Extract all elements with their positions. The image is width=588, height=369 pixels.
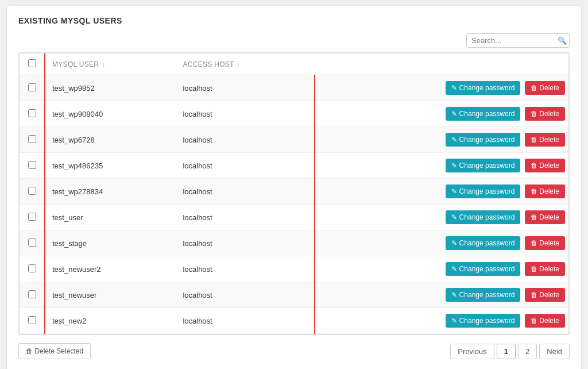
- row-mysql-user: test_newuser2: [45, 256, 176, 282]
- delete-button-7[interactable]: 🗑 Delete: [525, 262, 565, 276]
- table-row: test_wp278834 localhost ✎ Change passwor…: [20, 179, 568, 205]
- change-password-button-2[interactable]: ✎ Change password: [446, 133, 520, 147]
- change-password-button-9[interactable]: ✎ Change password: [446, 314, 520, 328]
- trash-icon-4: 🗑: [531, 187, 537, 195]
- row-actions: ✎ Change password 🗑 Delete: [315, 101, 568, 127]
- table-wrapper: MYSQL USER ↕ ACCESS HOST ↕ test_wp9852 l…: [18, 52, 570, 335]
- edit-icon-1: ✎: [451, 110, 457, 118]
- row-checkbox-9[interactable]: [28, 316, 36, 324]
- row-checkbox-5[interactable]: [28, 213, 36, 221]
- delete-button-9[interactable]: 🗑 Delete: [525, 314, 565, 328]
- row-checkbox-4[interactable]: [28, 187, 36, 195]
- pagination-previous-button[interactable]: Previous: [450, 344, 494, 359]
- change-password-button-1[interactable]: ✎ Change password: [446, 107, 520, 121]
- delete-button-2[interactable]: 🗑 Delete: [525, 133, 565, 147]
- row-access-host: localhost: [176, 256, 315, 282]
- page-title: EXISTING MYSQL USERS: [18, 16, 570, 25]
- edit-icon-0: ✎: [451, 84, 457, 92]
- header-checkbox: [20, 53, 45, 75]
- table-row: test_new2 localhost ✎ Change password 🗑 …: [20, 308, 568, 334]
- row-actions: ✎ Change password 🗑 Delete: [315, 256, 568, 282]
- pagination-page-2-button[interactable]: 2: [518, 344, 537, 359]
- delete-button-8[interactable]: 🗑 Delete: [525, 288, 565, 302]
- change-password-button-6[interactable]: ✎ Change password: [446, 236, 520, 250]
- row-checkbox-cell: [20, 153, 45, 179]
- row-checkbox-6[interactable]: [28, 239, 36, 247]
- table-row: test_wp486235 localhost ✎ Change passwor…: [20, 153, 568, 179]
- header-access-host: ACCESS HOST ↕: [176, 53, 315, 75]
- table-row: test_wp908040 localhost ✎ Change passwor…: [20, 101, 568, 127]
- pagination-page-1-button[interactable]: 1: [497, 344, 516, 359]
- toolbar: 🔍: [18, 33, 570, 48]
- row-mysql-user: test_newuser: [45, 282, 176, 308]
- row-checkbox-cell: [20, 127, 45, 153]
- row-actions: ✎ Change password 🗑 Delete: [315, 308, 568, 334]
- row-mysql-user: test_user: [45, 205, 176, 230]
- row-actions: ✎ Change password 🗑 Delete: [315, 153, 568, 179]
- trash-icon-2: 🗑: [531, 136, 537, 144]
- row-access-host: localhost: [176, 230, 315, 256]
- row-checkbox-cell: [20, 230, 45, 256]
- row-checkbox-7[interactable]: [28, 264, 36, 272]
- users-table: MYSQL USER ↕ ACCESS HOST ↕ test_wp9852 l…: [20, 53, 568, 334]
- row-access-host: localhost: [176, 101, 315, 127]
- search-input[interactable]: [471, 36, 558, 45]
- row-access-host: localhost: [176, 75, 315, 101]
- search-wrapper: 🔍: [466, 33, 570, 48]
- table-row: test_wp9852 localhost ✎ Change password …: [20, 75, 568, 101]
- row-checkbox-1[interactable]: [28, 109, 36, 117]
- row-checkbox-cell: [20, 256, 45, 282]
- delete-button-1[interactable]: 🗑 Delete: [525, 107, 565, 121]
- change-password-button-3[interactable]: ✎ Change password: [446, 159, 520, 172]
- table-header-row: MYSQL USER ↕ ACCESS HOST ↕: [20, 53, 568, 75]
- search-icon: 🔍: [558, 36, 567, 45]
- delete-button-3[interactable]: 🗑 Delete: [525, 159, 565, 172]
- table-row: test_newuser2 localhost ✎ Change passwor…: [20, 256, 568, 282]
- trash-icon-6: 🗑: [531, 239, 537, 247]
- row-checkbox-2[interactable]: [28, 135, 36, 143]
- trash-icon-0: 🗑: [531, 84, 537, 92]
- row-actions: ✎ Change password 🗑 Delete: [315, 127, 568, 153]
- change-password-button-7[interactable]: ✎ Change password: [446, 262, 520, 276]
- sort-icon-host: ↕: [237, 62, 240, 68]
- delete-button-5[interactable]: 🗑 Delete: [525, 210, 565, 224]
- row-checkbox-cell: [20, 179, 45, 205]
- row-access-host: localhost: [176, 127, 315, 153]
- row-checkbox-cell: [20, 205, 45, 230]
- edit-icon-5: ✎: [451, 213, 457, 221]
- edit-icon-8: ✎: [451, 291, 457, 299]
- row-checkbox-cell: [20, 308, 45, 334]
- change-password-button-8[interactable]: ✎ Change password: [446, 288, 520, 302]
- row-mysql-user: test_stage: [45, 230, 176, 256]
- trash-icon-7: 🗑: [531, 265, 537, 273]
- row-checkbox-3[interactable]: [28, 161, 36, 169]
- trash-icon-selected: 🗑: [26, 347, 33, 355]
- row-checkbox-8[interactable]: [28, 290, 36, 298]
- table-row: test_stage localhost ✎ Change password 🗑…: [20, 230, 568, 256]
- delete-button-4[interactable]: 🗑 Delete: [525, 184, 565, 198]
- trash-icon-1: 🗑: [531, 110, 537, 118]
- row-actions: ✎ Change password 🗑 Delete: [315, 75, 568, 101]
- change-password-button-0[interactable]: ✎ Change password: [446, 81, 520, 95]
- pagination: Previous 1 2 Next: [450, 344, 570, 359]
- row-checkbox-cell: [20, 75, 45, 101]
- row-actions: ✎ Change password 🗑 Delete: [315, 230, 568, 256]
- delete-button-6[interactable]: 🗑 Delete: [525, 236, 565, 250]
- trash-icon-5: 🗑: [531, 213, 537, 221]
- edit-icon-7: ✎: [451, 265, 457, 273]
- row-access-host: localhost: [176, 179, 315, 205]
- row-mysql-user: test_wp9852: [45, 75, 176, 101]
- row-checkbox-0[interactable]: [28, 83, 36, 91]
- delete-button-0[interactable]: 🗑 Delete: [525, 81, 565, 95]
- row-mysql-user: test_wp278834: [45, 179, 176, 205]
- select-all-checkbox[interactable]: [28, 59, 36, 67]
- row-checkbox-cell: [20, 101, 45, 127]
- footer: 🗑 Delete Selected Previous 1 2 Next: [18, 343, 570, 359]
- row-checkbox-cell: [20, 282, 45, 308]
- delete-selected-button[interactable]: 🗑 Delete Selected: [18, 343, 91, 359]
- change-password-button-5[interactable]: ✎ Change password: [446, 210, 520, 224]
- pagination-next-button[interactable]: Next: [539, 344, 570, 359]
- row-access-host: localhost: [176, 153, 315, 179]
- change-password-button-4[interactable]: ✎ Change password: [446, 184, 520, 198]
- row-actions: ✎ Change password 🗑 Delete: [315, 179, 568, 205]
